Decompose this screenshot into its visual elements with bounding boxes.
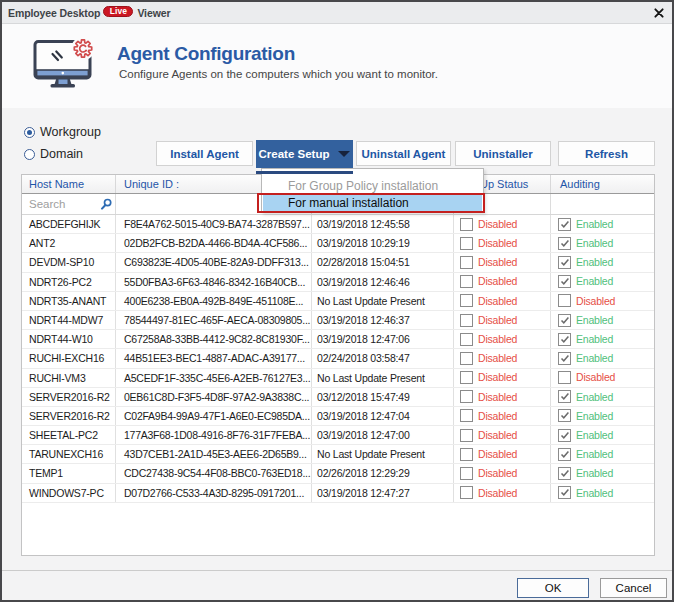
checkbox-checked[interactable]: [558, 275, 571, 288]
auditing-text: Enabled: [576, 273, 613, 291]
cell-unique-id: 177A3F68-1D08-4916-8F76-31F7FEBA...: [116, 426, 312, 444]
checkbox-checked[interactable]: [558, 256, 571, 269]
cell-host-name: SERVER2016-R2: [22, 388, 116, 406]
checkbox-checked[interactable]: [558, 237, 571, 250]
cell-last-update: No Last Update Present: [312, 292, 454, 310]
uninstaller-button[interactable]: Uninstaller: [455, 141, 551, 166]
checkbox-unchecked[interactable]: [460, 409, 473, 422]
checkbox-checked[interactable]: [558, 352, 571, 365]
cell-unique-id: 55D0FBA3-6F63-4846-8342-16B40CB...: [116, 273, 312, 291]
cell-host-name: NDRT26-PC2: [22, 273, 116, 291]
checkbox-unchecked[interactable]: [460, 371, 473, 384]
checkbox-checked[interactable]: [558, 448, 571, 461]
auditing-text: Enabled: [576, 484, 613, 502]
checkbox-unchecked[interactable]: [460, 333, 473, 346]
checkmark-icon: [560, 392, 570, 401]
table-row[interactable]: RUCHI-VM3A5CEDF1F-335C-45E6-A2EB-76127E3…: [22, 369, 654, 388]
cell-up-status: Disabled: [454, 234, 551, 252]
table-row[interactable]: TEMP1CDC27438-9C54-4F08-BBC0-763ED18...0…: [22, 464, 654, 483]
cell-host-name: TARUNEXCH16: [22, 445, 116, 463]
cell-up-status: Disabled: [454, 292, 551, 310]
checkbox-unchecked[interactable]: [460, 429, 473, 442]
menu-item-manual-installation[interactable]: For manual installation: [263, 195, 482, 212]
cell-auditing: Disabled: [551, 369, 654, 387]
table-row[interactable]: DEVDM-SP10C693823E-4D05-40BE-82A9-DDFF31…: [22, 253, 654, 272]
cell-up-status: Disabled: [454, 215, 551, 233]
checkbox-checked[interactable]: [558, 314, 571, 327]
checkbox-unchecked[interactable]: [460, 218, 473, 231]
checkbox-unchecked[interactable]: [460, 352, 473, 365]
checkbox-unchecked[interactable]: [460, 275, 473, 288]
table-row[interactable]: ANT202DB2FCB-B2DA-4466-BD4A-4CF586...03/…: [22, 234, 654, 253]
menu-item-group-policy[interactable]: For Group Policy installation: [263, 177, 482, 197]
checkbox-unchecked[interactable]: [460, 256, 473, 269]
checkbox-checked[interactable]: [558, 486, 571, 499]
uninstall-agent-button[interactable]: Uninstall Agent: [356, 141, 451, 166]
checkbox-checked[interactable]: [558, 409, 571, 422]
dropdown-connector-bar: [256, 171, 353, 174]
checkbox-unchecked[interactable]: [460, 448, 473, 461]
checkbox-unchecked[interactable]: [558, 294, 571, 307]
checkbox-unchecked[interactable]: [460, 486, 473, 499]
cell-unique-id: D07D2766-C533-4A3D-8295-0917201...: [116, 484, 312, 502]
checkbox-unchecked[interactable]: [460, 237, 473, 250]
up-status-text: Disabled: [478, 234, 517, 252]
create-setup-button[interactable]: Create Setup: [256, 140, 353, 168]
checkmark-icon: [560, 488, 570, 497]
dialog-header: Agent Configuration Configure Agents on …: [2, 24, 672, 108]
radio-domain[interactable]: Domain: [24, 147, 83, 161]
cell-last-update: 02/26/2018 12:29:29: [312, 464, 454, 482]
cell-host-name: ANT2: [22, 234, 116, 252]
table-row[interactable]: NDRT44-W10C67258A8-33BB-4412-9C82-8C8193…: [22, 330, 654, 349]
checkmark-icon: [560, 469, 570, 478]
close-button[interactable]: [652, 6, 666, 20]
ok-button[interactable]: OK: [517, 578, 589, 598]
cell-auditing: Enabled: [551, 349, 654, 367]
checkbox-checked[interactable]: [558, 467, 571, 480]
checkbox-checked[interactable]: [558, 333, 571, 346]
search-cell-5[interactable]: [551, 194, 654, 214]
checkbox-unchecked[interactable]: [460, 467, 473, 480]
install-agent-button[interactable]: Install Agent: [156, 141, 253, 166]
up-status-text: Disabled: [478, 311, 517, 329]
table-row[interactable]: TARUNEXCH1643D7CEB1-2A1D-45E3-AEE6-2D65B…: [22, 445, 654, 464]
auditing-text: Enabled: [576, 253, 613, 271]
refresh-label: Refresh: [585, 148, 628, 160]
table-row[interactable]: WINDOWS7-PCD07D2766-C533-4A3D-8295-09172…: [22, 484, 654, 503]
checkbox-unchecked[interactable]: [460, 390, 473, 403]
cell-host-name: ABCDEFGHIJK: [22, 215, 116, 233]
checkbox-checked[interactable]: [558, 218, 571, 231]
checkmark-icon: [560, 354, 570, 363]
agents-table: Host Name Unique ID : Up Status Auditing…: [21, 174, 655, 556]
page-subtitle: Configure Agents on the computers which …: [119, 68, 438, 80]
auditing-text: Enabled: [576, 407, 613, 425]
checkbox-checked[interactable]: [558, 429, 571, 442]
cell-last-update: 03/19/2018 12:47:00: [312, 426, 454, 444]
checkbox-unchecked[interactable]: [460, 314, 473, 327]
search-cell[interactable]: Search: [22, 194, 116, 214]
checkbox-unchecked[interactable]: [460, 294, 473, 307]
cell-auditing: Enabled: [551, 253, 654, 271]
table-row[interactable]: NDRT26-PC255D0FBA3-6F63-4846-8342-16B40C…: [22, 273, 654, 292]
cell-unique-id: C693823E-4D05-40BE-82A9-DDFF313...: [116, 253, 312, 271]
table-row[interactable]: ABCDEFGHIJKF8E4A762-5015-40C9-BA74-3287B…: [22, 215, 654, 234]
table-row[interactable]: RUCHI-EXCH1644B51EE3-BEC1-4887-ADAC-A391…: [22, 349, 654, 368]
table-row[interactable]: NDRT35-ANANT400E6238-EB0A-492B-849E-4511…: [22, 292, 654, 311]
checkbox-checked[interactable]: [558, 390, 571, 403]
table-row[interactable]: SERVER2016-R2C02FA9B4-99A9-47F1-A6E0-EC9…: [22, 407, 654, 426]
cell-host-name: NDRT44-MDW7: [22, 311, 116, 329]
refresh-button[interactable]: Refresh: [558, 141, 655, 166]
radio-workgroup[interactable]: Workgroup: [24, 125, 101, 139]
table-row[interactable]: SHEETAL-PC2177A3F68-1D08-4916-8F76-31F7F…: [22, 426, 654, 445]
cell-auditing: Enabled: [551, 273, 654, 291]
cell-up-status: Disabled: [454, 445, 551, 463]
cell-last-update: No Last Update Present: [312, 369, 454, 387]
checkbox-unchecked[interactable]: [558, 371, 571, 384]
column-header-host-name[interactable]: Host Name: [22, 175, 116, 193]
cancel-button[interactable]: Cancel: [600, 578, 667, 598]
table-row[interactable]: SERVER2016-R20EB61C8D-F3F5-4D8F-97A2-9A3…: [22, 388, 654, 407]
cell-last-update: 03/19/2018 12:45:58: [312, 215, 454, 233]
cell-up-status: Disabled: [454, 369, 551, 387]
column-header-auditing[interactable]: Auditing: [551, 175, 654, 193]
table-row[interactable]: NDRT44-MDW778544497-81EC-465F-AECA-08309…: [22, 311, 654, 330]
